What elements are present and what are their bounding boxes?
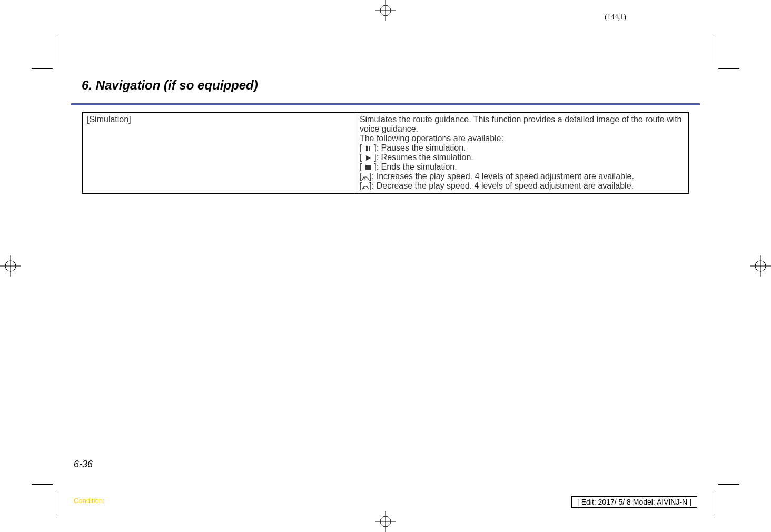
table-cell-label: [Simulation] — [82, 112, 355, 193]
play-icon — [364, 154, 372, 162]
info-table: [Simulation] Simulates the route guidanc… — [82, 112, 689, 194]
svg-marker-14 — [366, 155, 371, 161]
crop-tick-top-left — [57, 37, 57, 63]
crop-tick-h-tr — [718, 68, 739, 69]
crop-tick-bottom-left — [57, 490, 57, 516]
section-divider — [71, 103, 700, 105]
table-row: [Simulation] Simulates the route guidanc… — [82, 112, 689, 193]
table-cell-description: Simulates the route guidance. This funct… — [355, 112, 689, 193]
crop-tick-bottom-right — [714, 490, 714, 516]
edit-info-box: [ Edit: 2017/ 5/ 8 Model: AIVINJ-N ] — [571, 496, 697, 508]
desc-line2: The following operations are available: — [360, 134, 503, 143]
page-coords: (144,1) — [605, 13, 626, 22]
op-resume: ]: Resumes the simulation. — [374, 153, 473, 162]
crop-tick-h-br — [718, 484, 739, 485]
op-end: ]: Ends the simulation. — [374, 162, 457, 171]
stop-icon — [364, 164, 372, 171]
reg-mark-top — [375, 0, 396, 21]
svg-rect-13 — [369, 146, 370, 151]
svg-rect-15 — [365, 165, 371, 170]
crop-tick-top-right — [714, 37, 714, 63]
speed-up-icon — [362, 173, 369, 181]
desc-line1: Simulates the route guidance. This funct… — [360, 115, 682, 133]
svg-rect-12 — [366, 146, 368, 151]
op-decrease: ]: Decrease the play speed. 4 levels of … — [369, 181, 634, 190]
section-title: 6. Navigation (if so equipped) — [82, 78, 689, 93]
reg-mark-bottom — [375, 511, 396, 532]
crop-tick-h-tl — [32, 68, 53, 69]
reg-mark-left — [0, 255, 21, 277]
condition-label: Condition: — [74, 497, 105, 505]
op-increase: ]: Increases the play speed. 4 levels of… — [369, 172, 634, 181]
crop-tick-h-bl — [32, 484, 53, 485]
reg-mark-right — [750, 255, 771, 277]
op-pause: ]: Pauses the simulation. — [374, 143, 466, 152]
pause-icon — [364, 145, 372, 152]
page-number: 6-36 — [74, 459, 93, 470]
page-content: 6. Navigation (if so equipped) [Simulati… — [82, 78, 689, 194]
speed-down-icon — [362, 183, 369, 190]
